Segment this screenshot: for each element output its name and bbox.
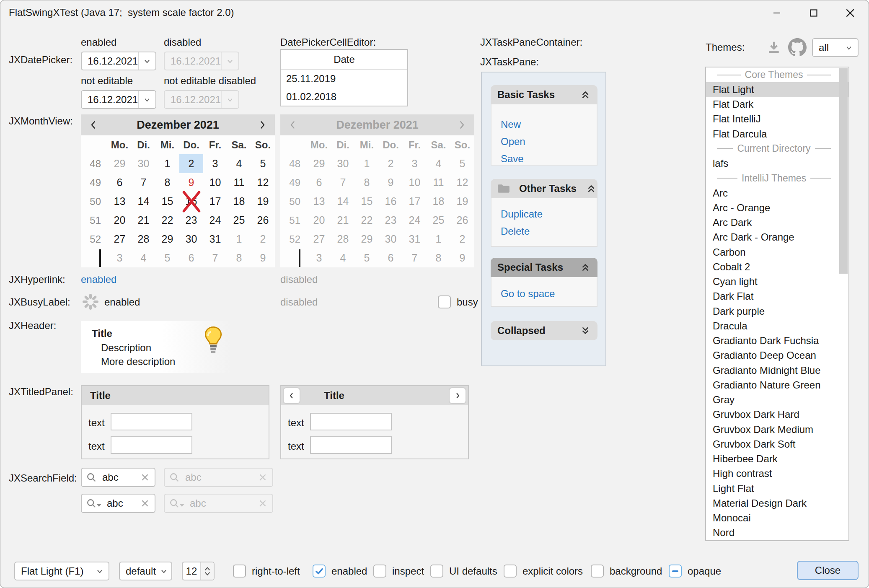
taskpane-collapse-button[interactable] [580,89,591,100]
day-cell[interactable]: 30 [132,154,155,173]
day-cell[interactable]: 7 [132,173,155,192]
text-input[interactable] [310,436,392,454]
day-cell[interactable]: 9 [251,249,275,267]
day-cell[interactable]: 8 [227,249,251,267]
close-window-button[interactable] [840,3,860,23]
text-input[interactable] [310,413,392,430]
clear-button[interactable] [140,473,155,482]
theme-list-item[interactable]: Gruvbox Dark Soft [706,437,848,451]
checkbox-background[interactable] [591,565,604,578]
day-cell[interactable]: 6 [179,249,203,267]
day-cell[interactable]: 21 [132,211,155,230]
theme-list-item[interactable]: Gray [706,393,848,407]
theme-list-item[interactable]: Nord [706,526,848,540]
theme-list-item[interactable]: Gradianto Midnight Blue [706,363,848,378]
day-cell[interactable]: 22 [155,211,179,230]
theme-list-item[interactable]: Flat IntelliJ [706,112,848,127]
day-cell[interactable]: 29 [155,230,179,249]
day-cell[interactable]: 4 [227,154,251,173]
day-cell[interactable]: 20 [108,211,132,230]
theme-list-item[interactable]: Gradianto Deep Ocean [706,348,848,363]
theme-list-item[interactable]: Hiberbee Dark [706,452,848,466]
theme-list-item[interactable]: Material Design Dark [706,496,848,510]
day-cell[interactable]: 13 [108,192,132,211]
table-row[interactable]: 01.02.2018 [281,88,407,106]
checkbox-opaque[interactable] [669,565,682,578]
hyperlink-enabled[interactable]: enabled [81,274,116,285]
theme-list-item[interactable]: Dark Flat [706,289,848,304]
day-cell[interactable]: 12 [251,173,275,192]
day-cell[interactable]: 3 [108,249,132,267]
day-cell[interactable]: 3 [203,154,227,173]
checkbox-inspect[interactable] [373,565,386,578]
theme-list-item[interactable]: Flat Dark [706,97,848,112]
day-cell[interactable]: 6 [108,173,132,192]
checkbox-ui-defaults[interactable] [430,565,443,578]
theme-list-item[interactable]: Gradianto Nature Green [706,378,848,392]
laf-combobox[interactable]: Flat Light (F1) [14,562,109,580]
clear-button[interactable] [140,499,155,508]
taskpane-action-link[interactable]: New [501,119,597,130]
day-cell[interactable]: 8 [155,173,179,192]
day-cell[interactable]: 19 [251,192,275,211]
taskpane-group-header[interactable]: Basic Tasks [491,85,597,104]
theme-list-item[interactable]: Gradianto Dark Fuchsia [706,334,848,348]
day-cell[interactable]: 10 [203,173,227,192]
next-month-button[interactable] [255,116,270,134]
day-cell[interactable]: 2 [179,154,203,173]
theme-list-item[interactable]: Cyan light [706,275,848,289]
day-cell[interactable]: 15 [155,192,179,211]
day-cell[interactable]: 25 [227,211,251,230]
next-button[interactable] [449,387,466,404]
theme-list-item[interactable]: Arc [706,186,848,200]
theme-list-item[interactable]: Gruvbox Dark Hard [706,407,848,422]
download-themes-button[interactable] [766,39,782,57]
day-cell[interactable]: 5 [155,249,179,267]
theme-list-item[interactable]: Carbon [706,245,848,259]
day-cell[interactable]: 28 [132,230,155,249]
taskpane-group-header[interactable]: Other Tasks [491,179,597,198]
font-size-spinner[interactable]: 12 [182,562,215,580]
close-button[interactable]: Close [797,561,859,580]
theme-list-item[interactable]: High contrast [706,466,848,481]
datepicker-dropdown-button[interactable] [138,52,155,70]
day-cell[interactable]: 1 [155,154,179,173]
day-cell[interactable]: 4 [132,249,155,267]
taskpane-action-link[interactable]: Save [501,153,597,165]
taskpane-collapse-button[interactable] [580,325,591,336]
day-cell[interactable]: 14 [132,192,155,211]
datepicker-field[interactable]: 16.12.2021 [81,90,156,109]
day-cell[interactable]: 24 [203,211,227,230]
day-cell[interactable]: 2 [251,230,275,249]
day-cell[interactable]: 1 [227,230,251,249]
text-input[interactable] [111,436,192,454]
theme-list-item[interactable]: Flat Light [706,82,848,97]
day-cell[interactable]: 30 [179,230,203,249]
theme-list-item[interactable]: Gruvbox Dark Medium [706,422,848,437]
taskpane-collapse-button[interactable] [586,183,597,194]
scrollbar-thumb[interactable] [839,68,848,274]
theme-list-item[interactable]: Arc - Orange [706,200,848,215]
prev-button[interactable] [283,387,300,404]
themes-filter-combobox[interactable]: all [812,38,859,57]
search-field[interactable]: abc [81,494,155,513]
day-cell[interactable]: 27 [108,230,132,249]
day-cell[interactable]: 18 [227,192,251,211]
maximize-button[interactable] [804,3,824,23]
busy-checkbox[interactable] [438,295,451,308]
day-cell[interactable]: 7 [203,249,227,267]
minimize-button[interactable] [767,3,787,23]
text-input[interactable] [111,413,192,430]
taskpane-action-link[interactable]: Duplicate [501,208,597,220]
day-cell[interactable]: 26 [251,211,275,230]
table-row[interactable]: 25.11.2019 [281,70,407,88]
day-cell[interactable]: 31 [203,230,227,249]
taskpane-collapse-button[interactable] [580,262,591,273]
taskpane-action-link[interactable]: Delete [501,225,597,237]
search-field[interactable]: abc [81,468,155,487]
day-cell[interactable]: 16 [179,192,203,211]
day-cell[interactable]: 17 [203,192,227,211]
prev-month-button[interactable] [86,116,101,134]
theme-list-item[interactable]: Dracula [706,319,848,333]
theme-list-item[interactable]: Monocai [706,511,848,526]
